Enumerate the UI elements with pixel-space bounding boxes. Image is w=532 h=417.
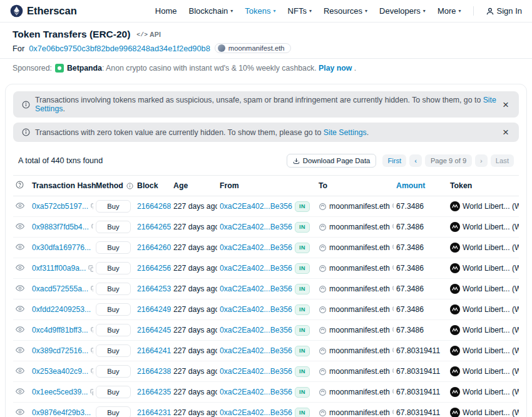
from-address-link[interactable]: 0xaC2Ea402...Be3560C22 — [220, 284, 292, 293]
block-link[interactable]: 21664245 — [137, 326, 171, 334]
copy-icon[interactable] — [91, 286, 93, 293]
method-button[interactable]: Buy — [96, 386, 131, 398]
close-icon[interactable]: × — [501, 127, 510, 138]
block-link[interactable]: 21664235 — [137, 388, 171, 396]
copy-icon[interactable] — [90, 389, 93, 396]
nav-nfts[interactable]: NFTs▾ — [288, 6, 312, 16]
tx-hash-link[interactable]: 0x253ea402c9... — [32, 367, 88, 376]
from-address-link[interactable]: 0xaC2Ea402...Be3560C22 — [220, 223, 292, 231]
method-button[interactable]: Buy — [96, 324, 131, 336]
method-button[interactable]: Buy — [96, 303, 131, 316]
copy-icon[interactable] — [91, 224, 93, 231]
copy-icon[interactable] — [392, 244, 394, 251]
tx-hash-link[interactable]: 0x9883f7fd5b4... — [32, 223, 89, 231]
copy-icon[interactable] — [392, 265, 394, 272]
tx-hash-link[interactable]: 0x1eec5ced39... — [32, 388, 88, 396]
sponsored-cta-link[interactable]: Play now — [319, 64, 352, 73]
pagination-last-button[interactable]: Last — [491, 154, 514, 167]
eye-icon[interactable] — [16, 304, 24, 313]
copy-icon[interactable] — [88, 265, 93, 272]
info-icon[interactable] — [126, 183, 133, 189]
method-button[interactable]: Buy — [96, 344, 131, 357]
token-name-link[interactable]: World Libert... (WLFI) — [463, 243, 519, 252]
eye-icon[interactable] — [16, 387, 24, 396]
block-link[interactable]: 21664238 — [137, 367, 171, 376]
block-link[interactable]: 21664260 — [137, 243, 171, 252]
token-name-link[interactable]: World Libert... (WLFI) — [463, 367, 519, 376]
sponsored-brand[interactable]: Betpanda — [67, 64, 102, 73]
to-address-link[interactable]: moonmanifest.eth — [329, 305, 390, 314]
eye-icon[interactable] — [16, 366, 24, 375]
from-address-link[interactable]: 0xaC2Ea402...Be3560C22 — [220, 346, 292, 355]
from-address-link[interactable]: 0xaC2Ea402...Be3560C22 — [220, 326, 292, 334]
block-link[interactable]: 21664256 — [137, 264, 171, 273]
eye-icon[interactable] — [16, 243, 24, 251]
from-address-link[interactable]: 0xaC2Ea402...Be3560C22 — [220, 202, 292, 211]
token-name-link[interactable]: World Libert... (WLFI) — [463, 305, 519, 314]
token-name-link[interactable]: World Libert... (WLFI) — [463, 346, 519, 355]
to-address-link[interactable]: moonmanifest.eth — [329, 326, 390, 334]
copy-icon[interactable] — [392, 286, 394, 293]
copy-icon[interactable] — [392, 327, 394, 334]
copy-icon[interactable] — [392, 409, 394, 416]
token-name-link[interactable]: World Libert... (WLFI) — [463, 408, 519, 417]
tx-hash-link[interactable]: 0xfdd22409253... — [32, 305, 91, 314]
method-button[interactable]: Buy — [96, 200, 131, 213]
nav-blockchain[interactable]: Blockchain▾ — [188, 6, 233, 16]
from-address-link[interactable]: 0xaC2Ea402...Be3560C22 — [220, 243, 292, 252]
method-button[interactable]: Buy — [96, 283, 131, 295]
pagination-first-button[interactable]: First — [382, 154, 406, 167]
tx-hash-link[interactable]: 0xc4d9ff81bff3... — [32, 326, 88, 334]
block-link[interactable]: 21664241 — [137, 346, 171, 355]
method-button[interactable]: Buy — [96, 262, 131, 274]
from-address-link[interactable]: 0xaC2Ea402...Be3560C22 — [220, 408, 292, 417]
tx-hash-link[interactable]: 0x9876e4f29b3... — [32, 408, 91, 417]
block-link[interactable]: 21664265 — [137, 223, 171, 231]
to-address-link[interactable]: moonmanifest.eth — [329, 202, 390, 211]
block-link[interactable]: 21664231 — [137, 408, 171, 417]
copy-icon[interactable] — [392, 203, 394, 210]
to-address-link[interactable]: moonmanifest.eth — [329, 367, 390, 376]
nav-more[interactable]: More▾ — [437, 6, 461, 16]
nav-developers[interactable]: Developers▾ — [379, 6, 426, 16]
copy-icon[interactable] — [91, 368, 93, 375]
block-link[interactable]: 21664249 — [137, 305, 171, 314]
column-header-amount[interactable]: Amount — [394, 176, 448, 196]
eye-icon[interactable] — [16, 201, 24, 210]
column-header-age[interactable]: Age — [171, 176, 217, 196]
tx-hash-link[interactable]: 0xacd572555a... — [32, 284, 88, 293]
copy-icon[interactable] — [392, 389, 394, 396]
token-name-link[interactable]: World Libert... (WLFI) — [463, 202, 519, 211]
eye-icon[interactable] — [16, 408, 24, 416]
copy-icon[interactable] — [392, 306, 394, 313]
pagination-prev-button[interactable]: ‹ — [409, 154, 422, 167]
nav-home[interactable]: Home — [155, 6, 177, 16]
tx-hash-link[interactable]: 0x30dfa169776... — [32, 243, 91, 252]
to-address-link[interactable]: moonmanifest.eth — [329, 264, 390, 273]
copy-icon[interactable] — [91, 327, 93, 334]
from-address-link[interactable]: 0xaC2Ea402...Be3560C22 — [220, 264, 292, 273]
to-address-link[interactable]: moonmanifest.eth — [329, 284, 390, 293]
address-link[interactable]: 0x7e06bc9750c3bf82bde9968248ad34e1f2ed90… — [29, 44, 210, 53]
eye-icon[interactable] — [16, 346, 24, 354]
from-address-link[interactable]: 0xaC2Ea402...Be3560C22 — [220, 367, 292, 376]
eye-icon[interactable] — [16, 222, 24, 231]
tx-hash-link[interactable]: 0xf311ff00a9a... — [32, 264, 86, 273]
copy-icon[interactable] — [392, 368, 394, 375]
method-button[interactable]: Buy — [96, 221, 131, 233]
to-address-link[interactable]: moonmanifest.eth — [329, 388, 390, 396]
nav-tokens[interactable]: Tokens▾ — [245, 6, 275, 16]
token-name-link[interactable]: World Libert... (WLFI) — [463, 284, 519, 293]
token-name-link[interactable]: World Libert... (WLFI) — [463, 326, 519, 334]
copy-icon[interactable] — [392, 348, 394, 354]
tx-hash-link[interactable]: 0x389cd72516... — [32, 346, 88, 355]
close-icon[interactable]: × — [501, 99, 510, 110]
block-link[interactable]: 21664268 — [137, 202, 171, 211]
eye-icon[interactable] — [16, 263, 24, 272]
tx-hash-link[interactable]: 0xa572cb5197... — [32, 202, 88, 211]
copy-icon[interactable] — [91, 203, 93, 210]
to-address-link[interactable]: moonmanifest.eth — [329, 346, 390, 355]
eye-icon[interactable] — [16, 325, 24, 334]
copy-icon[interactable] — [392, 224, 394, 231]
pagination-next-button[interactable]: › — [475, 154, 488, 167]
